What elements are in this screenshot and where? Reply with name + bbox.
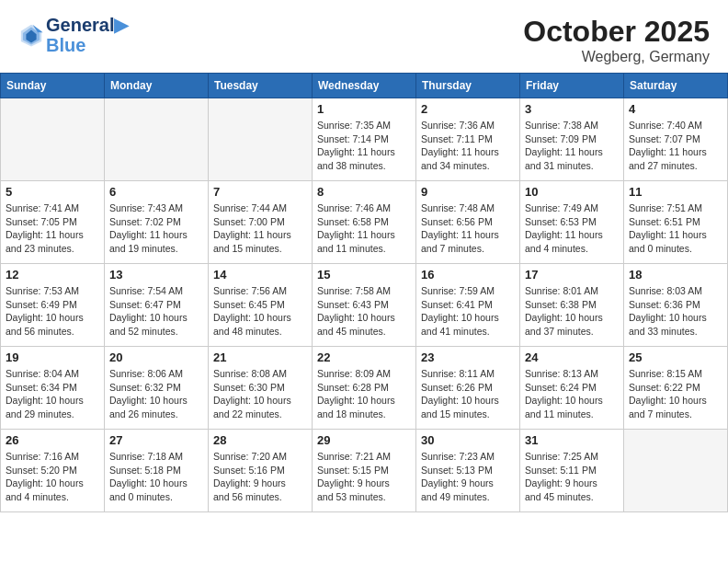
day-number: 15 <box>317 268 411 282</box>
weekday-header-saturday: Saturday <box>624 74 728 98</box>
day-number: 14 <box>213 268 307 282</box>
day-number: 13 <box>109 268 203 282</box>
day-info: Sunrise: 7:18 AM Sunset: 5:18 PM Dayligh… <box>109 450 203 504</box>
day-number: 4 <box>629 102 722 116</box>
day-info: Sunrise: 8:08 AM Sunset: 6:30 PM Dayligh… <box>213 367 307 421</box>
logo: General▶ Blue <box>18 15 128 55</box>
day-cell-24: 24Sunrise: 8:13 AM Sunset: 6:24 PM Dayli… <box>520 347 624 430</box>
day-number: 28 <box>213 433 307 447</box>
weekday-header-row: SundayMondayTuesdayWednesdayThursdayFrid… <box>1 74 728 98</box>
day-cell-22: 22Sunrise: 8:09 AM Sunset: 6:28 PM Dayli… <box>313 347 416 430</box>
day-number: 5 <box>6 185 99 199</box>
day-info: Sunrise: 7:35 AM Sunset: 7:14 PM Dayligh… <box>317 119 411 173</box>
day-number: 9 <box>421 185 515 199</box>
week-row-1: 1Sunrise: 7:35 AM Sunset: 7:14 PM Daylig… <box>1 98 728 181</box>
day-number: 18 <box>629 268 722 282</box>
day-number: 10 <box>525 185 619 199</box>
weekday-header-friday: Friday <box>520 74 624 98</box>
header: General▶ Blue October 2025 Wegberg, Germ… <box>0 0 728 73</box>
day-cell-2: 2Sunrise: 7:36 AM Sunset: 7:11 PM Daylig… <box>416 98 520 181</box>
day-cell-23: 23Sunrise: 8:11 AM Sunset: 6:26 PM Dayli… <box>416 347 520 430</box>
day-cell-9: 9Sunrise: 7:48 AM Sunset: 6:56 PM Daylig… <box>416 181 520 264</box>
weekday-header-tuesday: Tuesday <box>209 74 313 98</box>
day-cell-6: 6Sunrise: 7:43 AM Sunset: 7:02 PM Daylig… <box>105 181 209 264</box>
day-number: 1 <box>317 102 411 116</box>
day-cell-28: 28Sunrise: 7:20 AM Sunset: 5:16 PM Dayli… <box>209 430 313 512</box>
week-row-3: 12Sunrise: 7:53 AM Sunset: 6:49 PM Dayli… <box>1 264 728 347</box>
day-info: Sunrise: 7:36 AM Sunset: 7:11 PM Dayligh… <box>421 119 515 173</box>
day-cell-8: 8Sunrise: 7:46 AM Sunset: 6:58 PM Daylig… <box>313 181 416 264</box>
day-cell-3: 3Sunrise: 7:38 AM Sunset: 7:09 PM Daylig… <box>520 98 624 181</box>
day-info: Sunrise: 7:21 AM Sunset: 5:15 PM Dayligh… <box>317 450 411 504</box>
day-info: Sunrise: 7:23 AM Sunset: 5:13 PM Dayligh… <box>421 450 515 504</box>
day-number: 29 <box>317 433 411 447</box>
day-info: Sunrise: 7:38 AM Sunset: 7:09 PM Dayligh… <box>525 119 619 173</box>
empty-cell <box>624 430 728 512</box>
weekday-header-monday: Monday <box>105 74 209 98</box>
day-cell-11: 11Sunrise: 7:51 AM Sunset: 6:51 PM Dayli… <box>624 181 728 264</box>
day-number: 12 <box>6 268 99 282</box>
day-info: Sunrise: 8:09 AM Sunset: 6:28 PM Dayligh… <box>317 367 411 421</box>
day-number: 21 <box>213 350 307 364</box>
day-number: 23 <box>421 350 515 364</box>
day-info: Sunrise: 7:20 AM Sunset: 5:16 PM Dayligh… <box>213 450 307 504</box>
day-cell-5: 5Sunrise: 7:41 AM Sunset: 7:05 PM Daylig… <box>1 181 105 264</box>
month-title: October 2025 <box>523 15 710 49</box>
day-number: 26 <box>6 433 99 447</box>
empty-cell <box>209 98 313 181</box>
day-cell-16: 16Sunrise: 7:59 AM Sunset: 6:41 PM Dayli… <box>416 264 520 347</box>
day-info: Sunrise: 7:46 AM Sunset: 6:58 PM Dayligh… <box>317 201 411 256</box>
weekday-header-sunday: Sunday <box>1 74 105 98</box>
week-row-5: 26Sunrise: 7:16 AM Sunset: 5:20 PM Dayli… <box>1 430 728 512</box>
day-info: Sunrise: 7:49 AM Sunset: 6:53 PM Dayligh… <box>525 201 619 256</box>
day-cell-1: 1Sunrise: 7:35 AM Sunset: 7:14 PM Daylig… <box>313 98 416 181</box>
day-info: Sunrise: 7:56 AM Sunset: 6:45 PM Dayligh… <box>213 284 307 339</box>
day-cell-4: 4Sunrise: 7:40 AM Sunset: 7:07 PM Daylig… <box>624 98 728 181</box>
day-info: Sunrise: 8:13 AM Sunset: 6:24 PM Dayligh… <box>525 367 619 421</box>
day-number: 16 <box>421 268 515 282</box>
empty-cell <box>105 98 209 181</box>
day-number: 31 <box>525 433 619 447</box>
day-number: 3 <box>525 102 619 116</box>
day-info: Sunrise: 7:48 AM Sunset: 6:56 PM Dayligh… <box>421 201 515 256</box>
day-number: 11 <box>629 185 722 199</box>
day-info: Sunrise: 7:53 AM Sunset: 6:49 PM Dayligh… <box>6 284 99 339</box>
day-cell-14: 14Sunrise: 7:56 AM Sunset: 6:45 PM Dayli… <box>209 264 313 347</box>
location: Wegberg, Germany <box>523 49 710 65</box>
day-cell-31: 31Sunrise: 7:25 AM Sunset: 5:11 PM Dayli… <box>520 430 624 512</box>
day-info: Sunrise: 7:25 AM Sunset: 5:11 PM Dayligh… <box>525 450 619 504</box>
day-cell-20: 20Sunrise: 8:06 AM Sunset: 6:32 PM Dayli… <box>105 347 209 430</box>
day-number: 27 <box>109 433 203 447</box>
day-number: 19 <box>6 350 99 364</box>
weekday-header-wednesday: Wednesday <box>313 74 416 98</box>
day-number: 20 <box>109 350 203 364</box>
week-row-2: 5Sunrise: 7:41 AM Sunset: 7:05 PM Daylig… <box>1 181 728 264</box>
day-number: 17 <box>525 268 619 282</box>
day-cell-13: 13Sunrise: 7:54 AM Sunset: 6:47 PM Dayli… <box>105 264 209 347</box>
day-cell-29: 29Sunrise: 7:21 AM Sunset: 5:15 PM Dayli… <box>313 430 416 512</box>
day-cell-30: 30Sunrise: 7:23 AM Sunset: 5:13 PM Dayli… <box>416 430 520 512</box>
day-info: Sunrise: 8:03 AM Sunset: 6:36 PM Dayligh… <box>629 284 722 339</box>
day-number: 8 <box>317 185 411 199</box>
day-cell-21: 21Sunrise: 8:08 AM Sunset: 6:30 PM Dayli… <box>209 347 313 430</box>
empty-cell <box>1 98 105 181</box>
day-cell-25: 25Sunrise: 8:15 AM Sunset: 6:22 PM Dayli… <box>624 347 728 430</box>
day-cell-7: 7Sunrise: 7:44 AM Sunset: 7:00 PM Daylig… <box>209 181 313 264</box>
day-info: Sunrise: 7:51 AM Sunset: 6:51 PM Dayligh… <box>629 201 722 256</box>
day-info: Sunrise: 7:58 AM Sunset: 6:43 PM Dayligh… <box>317 284 411 339</box>
day-info: Sunrise: 7:44 AM Sunset: 7:00 PM Dayligh… <box>213 201 307 256</box>
day-cell-19: 19Sunrise: 8:04 AM Sunset: 6:34 PM Dayli… <box>1 347 105 430</box>
weekday-header-thursday: Thursday <box>416 74 520 98</box>
week-row-4: 19Sunrise: 8:04 AM Sunset: 6:34 PM Dayli… <box>1 347 728 430</box>
day-cell-26: 26Sunrise: 7:16 AM Sunset: 5:20 PM Dayli… <box>1 430 105 512</box>
day-number: 7 <box>213 185 307 199</box>
day-info: Sunrise: 8:04 AM Sunset: 6:34 PM Dayligh… <box>6 367 99 421</box>
calendar-table: SundayMondayTuesdayWednesdayThursdayFrid… <box>0 73 728 512</box>
day-info: Sunrise: 8:06 AM Sunset: 6:32 PM Dayligh… <box>109 367 203 421</box>
day-info: Sunrise: 7:41 AM Sunset: 7:05 PM Dayligh… <box>6 201 99 256</box>
day-cell-17: 17Sunrise: 8:01 AM Sunset: 6:38 PM Dayli… <box>520 264 624 347</box>
logo-name-line2: Blue <box>46 35 128 55</box>
logo-icon <box>18 22 44 48</box>
day-info: Sunrise: 7:54 AM Sunset: 6:47 PM Dayligh… <box>109 284 203 339</box>
day-cell-10: 10Sunrise: 7:49 AM Sunset: 6:53 PM Dayli… <box>520 181 624 264</box>
